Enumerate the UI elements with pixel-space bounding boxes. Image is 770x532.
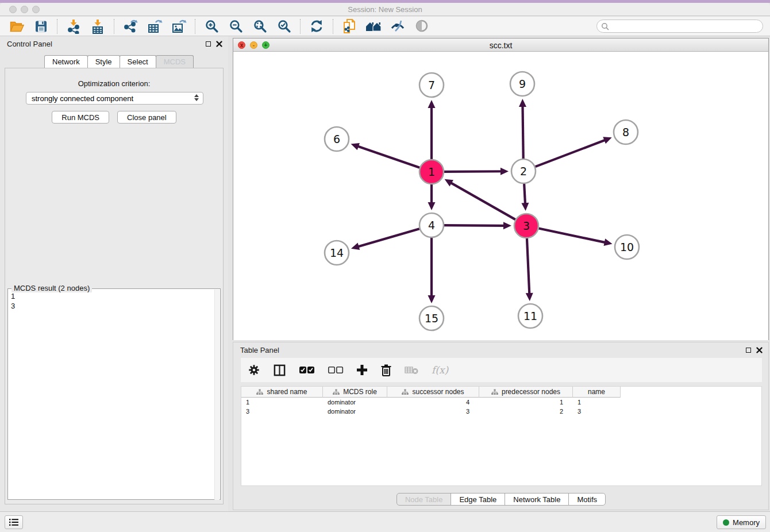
graph-node-label-7: 7 (428, 79, 435, 91)
network-view-window: x - + scc.txt 1234678910111415 (233, 38, 769, 340)
graph-node-label-10: 10 (620, 241, 634, 253)
graph-edge-2-9[interactable] (522, 105, 523, 159)
home-layout-icon[interactable] (365, 18, 382, 34)
export-table-icon[interactable] (146, 18, 163, 34)
run-mcds-button[interactable]: Run MCDS (52, 111, 109, 124)
table-row[interactable]: 3dominator323 (241, 407, 761, 416)
table-tabs: Node TableEdge TableNetwork TableMotifs (233, 493, 768, 506)
save-session-icon[interactable] (32, 18, 49, 34)
import-network-icon[interactable] (65, 18, 82, 34)
graph-edge-3-10[interactable] (539, 229, 606, 243)
column-header-predecessor_nodes[interactable]: predecessor nodes (479, 387, 573, 398)
mcds-result-text: 1 3 (11, 291, 15, 311)
delete-columns-icon[interactable] (380, 364, 392, 377)
cell-name[interactable]: 3 (573, 407, 621, 416)
graph-edge-4-14[interactable] (357, 229, 419, 247)
tab-network[interactable]: Network (44, 55, 88, 68)
tab-select[interactable]: Select (120, 55, 156, 68)
memory-label: Memory (733, 518, 760, 527)
column-panel-icon[interactable] (273, 364, 286, 377)
graph-edge-2-8[interactable] (536, 140, 606, 167)
float-panel-icon[interactable] (746, 348, 751, 353)
network-canvas[interactable]: 1234678910111415 (233, 52, 768, 340)
cell-shared_name[interactable]: 1 (241, 398, 323, 407)
tab-network-table[interactable]: Network Table (505, 493, 569, 506)
cell-mcds_role[interactable]: dominator (323, 407, 387, 416)
table-body: 1dominator4113dominator323 (241, 398, 761, 416)
create-column-icon[interactable] (356, 364, 368, 376)
control-panel-title: Control Panel (7, 40, 52, 48)
select-all-columns-icon[interactable] (299, 366, 315, 374)
network-window-titlebar[interactable]: x - + scc.txt (233, 38, 768, 52)
graph-node-label-14: 14 (330, 246, 344, 259)
column-header-label: successor nodes (412, 388, 464, 396)
search-input[interactable] (609, 21, 763, 32)
memory-button[interactable]: Memory (717, 515, 766, 529)
zoom-in-icon[interactable] (203, 18, 220, 34)
column-header-shared_name[interactable]: shared name (241, 387, 323, 398)
search-field[interactable] (596, 20, 763, 33)
graph-edge-3-11[interactable] (527, 238, 529, 295)
column-header-successor_nodes[interactable]: successor nodes (387, 387, 479, 398)
network-window-title: scc.txt (233, 41, 768, 50)
graph-edge-3-1[interactable] (450, 182, 515, 219)
graph-edge-arrow (526, 293, 533, 301)
tab-edge-table[interactable]: Edge Table (451, 493, 505, 506)
duplicate-network-icon[interactable] (341, 18, 358, 34)
column-header-mcds_role[interactable]: MCDS role (323, 387, 387, 398)
cell-successor_nodes[interactable]: 4 (387, 398, 479, 407)
refresh-layout-icon[interactable] (308, 18, 325, 34)
cell-mcds_role[interactable]: dominator (323, 398, 387, 407)
graph-edge-1-6[interactable] (357, 146, 419, 168)
optimization-criterion-label: Optimization criterion: (5, 79, 223, 88)
close-panel-icon[interactable] (756, 347, 763, 353)
zoom-fit-icon[interactable] (251, 18, 268, 34)
close-panel-icon[interactable] (216, 41, 222, 47)
tab-style[interactable]: Style (87, 55, 120, 68)
mcds-result-box: MCDS result (2 nodes) 1 3 (7, 288, 221, 500)
task-history-button[interactable] (5, 515, 23, 529)
graph-edge-arrow (428, 100, 436, 108)
close-panel-button[interactable]: Close panel (117, 111, 176, 124)
tab-node-table[interactable]: Node Table (396, 493, 452, 506)
cell-predecessor_nodes[interactable]: 1 (479, 398, 573, 407)
export-image-icon[interactable] (170, 18, 187, 34)
column-header-label: shared name (267, 388, 307, 396)
delete-table-icon[interactable] (405, 365, 419, 375)
network-graph: 1234678910111415 (233, 52, 768, 340)
graph-node-label-9: 9 (519, 78, 526, 90)
hide-graphics-details-icon[interactable] (413, 18, 430, 34)
tab-motifs[interactable]: Motifs (568, 493, 606, 506)
table-panel-title: Table Panel (240, 346, 279, 354)
cell-shared_name[interactable]: 3 (241, 407, 323, 416)
cell-successor_nodes[interactable]: 3 (387, 407, 479, 416)
memory-status-icon (723, 519, 729, 526)
cell-name[interactable]: 1 (573, 398, 621, 407)
column-header-name[interactable]: name (573, 387, 621, 398)
graph-edge-1-2[interactable] (444, 171, 502, 172)
graph-edge-4-3[interactable] (444, 225, 505, 226)
table-row[interactable]: 1dominator411 (241, 398, 761, 407)
criterion-dropdown[interactable]: strongly connected component (26, 92, 203, 105)
toolbar-separator (114, 19, 114, 34)
zoom-out-icon[interactable] (227, 18, 244, 34)
graph-edge-2-3[interactable] (524, 184, 525, 205)
graph-edge-arrow (503, 222, 511, 229)
graph-edge-arrow (500, 168, 509, 175)
open-session-icon[interactable] (8, 18, 25, 34)
import-table-icon[interactable] (89, 18, 106, 34)
zoom-selected-icon[interactable] (275, 18, 292, 34)
export-network-icon[interactable] (122, 18, 139, 34)
float-panel-icon[interactable] (206, 41, 211, 47)
toolbar-separator (300, 19, 301, 34)
graph-node-label-11: 11 (523, 310, 537, 322)
function-builder-icon[interactable]: f(x) (432, 364, 448, 376)
table-options-icon[interactable] (248, 364, 260, 376)
table-panel: Table Panel (233, 342, 769, 510)
unselect-all-columns-icon[interactable] (328, 366, 344, 374)
result-scrollbar[interactable] (214, 290, 220, 500)
show-graphics-details-icon[interactable] (389, 18, 406, 34)
table-header-row: shared nameMCDS rolesuccessor nodesprede… (241, 387, 761, 398)
tab-mcds[interactable]: MCDS (156, 55, 194, 68)
cell-predecessor_nodes[interactable]: 2 (479, 407, 573, 416)
